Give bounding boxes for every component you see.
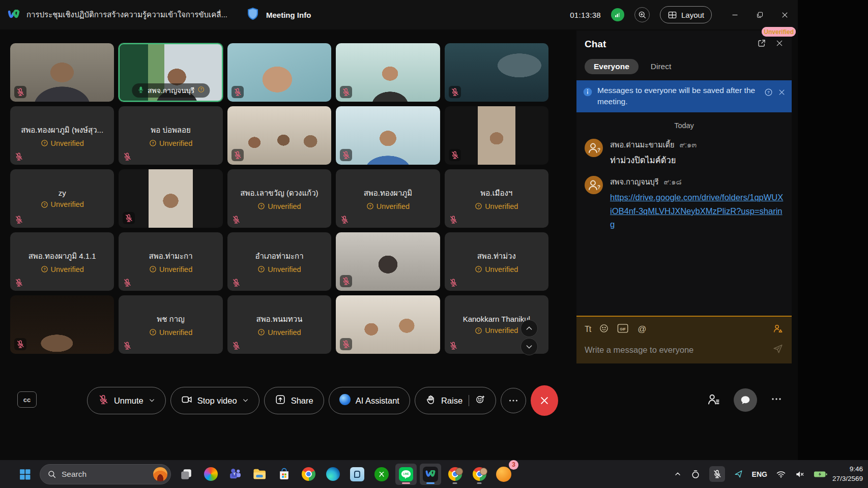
participant-tile[interactable]: พอ บ่อพลอย?Unverified: [119, 106, 222, 165]
avatar: ?: [585, 139, 603, 157]
unmute-button[interactable]: Unmute: [87, 387, 166, 414]
participant-tile[interactable]: [336, 43, 440, 102]
leave-meeting-button[interactable]: [531, 385, 558, 416]
banner-close-icon[interactable]: [778, 88, 786, 98]
mic-muted-icon: [449, 149, 461, 161]
grid-scroll-down-button[interactable]: [520, 338, 538, 355]
drive-link[interactable]: https://drive.google.com/drive/folders/1…: [610, 193, 783, 229]
file-explorer-icon[interactable]: [249, 464, 270, 485]
private-recipient-icon[interactable]: [772, 323, 784, 336]
chrome-icon[interactable]: [298, 464, 319, 485]
unverified-badge: ?Unverified: [149, 139, 192, 147]
recorder-icon[interactable]: [690, 469, 701, 479]
participant-tile[interactable]: สพอ.พนมทวน?Unverified: [227, 295, 331, 354]
battery-icon[interactable]: [814, 470, 827, 479]
notification-app-icon[interactable]: 3: [493, 464, 514, 485]
participant-tile[interactable]: พอ.เมืองฯ?Unverified: [445, 169, 548, 228]
clock-time: 9:46: [832, 465, 863, 474]
xbox-icon[interactable]: [371, 464, 392, 485]
popout-chat-icon[interactable]: [757, 39, 766, 50]
tab-everyone[interactable]: Everyone: [585, 59, 639, 74]
magnifier-zoom-icon[interactable]: [634, 7, 650, 22]
chrome-profile-icon[interactable]: [444, 464, 466, 485]
share-button[interactable]: Share: [264, 387, 324, 414]
ms-store-icon[interactable]: [273, 464, 295, 485]
grid-scroll-up-button[interactable]: [520, 320, 538, 337]
edge-icon[interactable]: [322, 464, 343, 485]
mention-icon[interactable]: @: [638, 324, 646, 334]
participant-name: สพอ.ทองผาภูมิ 4.1.1: [28, 250, 96, 262]
restore-button[interactable]: [756, 11, 764, 19]
svg-text:?: ?: [597, 185, 600, 190]
voov-meeting-icon[interactable]: [420, 464, 441, 485]
network-signal-icon[interactable]: [611, 8, 624, 21]
search-input[interactable]: Search: [40, 464, 171, 484]
chat-bubble-icon[interactable]: [734, 388, 757, 412]
wifi-icon[interactable]: [776, 469, 786, 479]
participant-tile[interactable]: zy?Unverified: [10, 169, 114, 228]
participant-tile[interactable]: สพอ.ทองผาภูมิ 4.1.1?Unverified: [10, 232, 114, 291]
chevron-down-icon[interactable]: [242, 396, 249, 406]
participant-tile[interactable]: [336, 295, 440, 354]
participant-tile[interactable]: [119, 169, 222, 228]
participant-tile[interactable]: [445, 106, 548, 165]
participant-tile[interactable]: สพอ.ทองผาภูมิ (พงษ์สุว...?Unverified: [10, 106, 114, 165]
ai-assistant-button[interactable]: AI Assistant: [329, 387, 410, 414]
participant-tile[interactable]: [10, 295, 114, 354]
participant-tile[interactable]: อำเภอท่ามะกา?Unverified: [227, 232, 331, 291]
gif-icon[interactable]: GIF: [617, 323, 629, 336]
microphone-muted-icon[interactable]: [709, 466, 725, 482]
teams-icon[interactable]: T: [224, 464, 246, 485]
chrome-profile-2-icon[interactable]: [469, 464, 490, 485]
tab-direct[interactable]: Direct: [651, 62, 671, 71]
close-window-button[interactable]: [781, 11, 789, 19]
participant-tile[interactable]: สพอ.ท่ามะกา?Unverified: [119, 232, 222, 291]
language-indicator[interactable]: ENG: [752, 470, 767, 478]
svg-text:?: ?: [477, 204, 480, 208]
participant-tile[interactable]: [445, 43, 548, 102]
start-icon[interactable]: [14, 464, 35, 485]
participant-tile[interactable]: สพอ.เลาขวัญ (ดวงแก้ว)?Unverified: [227, 169, 331, 228]
more-options-button[interactable]: [501, 388, 526, 413]
emoji-plus-icon[interactable]: [475, 394, 485, 407]
participants-icon[interactable]: [707, 392, 720, 408]
send-message-icon[interactable]: [772, 343, 784, 356]
copilot-icon[interactable]: [200, 464, 221, 485]
emoji-icon[interactable]: [599, 323, 609, 336]
volume-muted-icon[interactable]: [795, 469, 805, 479]
info-icon: [583, 85, 593, 99]
chat-message-list[interactable]: Today ?สพอ.ด่านมะขามเตี้ยUnverified๙:๑๓ท…: [576, 112, 792, 316]
taskbar-clock[interactable]: 9:46 27/3/2569: [832, 465, 863, 483]
cursor-pen-icon[interactable]: [734, 469, 743, 479]
participant-tile[interactable]: สพอ.ทองผาภูมิ?Unverified: [336, 169, 440, 228]
participant-tile[interactable]: พช กาญ?Unverified: [119, 295, 222, 354]
unverified-badge: ?Unverified: [257, 202, 301, 210]
stop-video-button[interactable]: Stop video: [170, 387, 259, 414]
task-view-icon[interactable]: [176, 464, 197, 485]
participant-tile[interactable]: สพจ.กาญจนบุรี?: [119, 43, 222, 102]
participant-tile[interactable]: [227, 106, 331, 165]
unverified-badge: ?Unverified: [257, 265, 301, 273]
participant-tile[interactable]: [227, 43, 331, 102]
blue-app-icon[interactable]: [346, 464, 368, 485]
line-icon[interactable]: LINE: [395, 464, 417, 485]
raise-button[interactable]: Raise: [415, 387, 496, 414]
shield-icon[interactable]: [247, 7, 259, 22]
more-dots-icon[interactable]: [770, 393, 783, 407]
participant-tile[interactable]: [10, 43, 114, 102]
search-highlight-thumbnail[interactable]: [153, 467, 167, 481]
participant-tile[interactable]: [336, 106, 440, 165]
layout-button[interactable]: Layout: [660, 6, 712, 23]
mic-muted-icon: [449, 215, 458, 224]
participant-tile[interactable]: สพอ.ท่าม่วง?Unverified: [445, 232, 548, 291]
meeting-info-button[interactable]: Meeting Info: [266, 11, 311, 19]
chat-message-input[interactable]: [585, 345, 768, 355]
minimize-button[interactable]: [731, 11, 739, 19]
text-format-icon[interactable]: Tt: [585, 325, 591, 334]
chevron-down-icon[interactable]: [149, 396, 155, 406]
banner-help-icon[interactable]: ?: [764, 88, 773, 99]
hidden-icons-chevron[interactable]: [674, 470, 682, 478]
close-chat-icon[interactable]: [775, 39, 784, 49]
participant-tile[interactable]: [336, 232, 440, 291]
message-content: สพอ.ด่านมะขามเตี้ยUnverified๙:๑๓ท่าม่วงป…: [610, 139, 784, 167]
